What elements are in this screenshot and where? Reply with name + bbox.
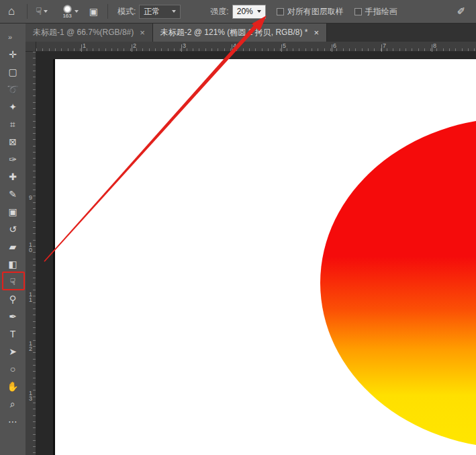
ruler-number: 4 (233, 42, 236, 49)
tool-frame[interactable]: ⊠ (0, 133, 26, 151)
ruler-number: 3 (183, 42, 186, 49)
toolbar-collapse-icon[interactable]: » (8, 33, 12, 41)
type-icon: T (10, 329, 16, 339)
color-swatches (2, 433, 25, 455)
clone-stamp-icon: ▣ (8, 206, 17, 217)
finger-paint-label: 手指绘画 (365, 6, 397, 17)
brush-icon: ✎ (9, 189, 17, 200)
tab-label: 未标题-1 @ 66.7%(RGB/8#) (33, 27, 134, 38)
tool-pen[interactable]: ✒ (0, 308, 26, 325)
tool-ellipse[interactable]: ○ (0, 360, 26, 378)
ruler-number: 5 (283, 42, 286, 49)
pressure-toggle-icon[interactable]: ✐ (457, 5, 465, 17)
hand-icon: ✋ (7, 381, 18, 392)
tool-dodge[interactable]: ⚲ (0, 290, 26, 308)
tab-untitled-2[interactable]: 未标题-2 @ 121% (椭圆 2 拷贝, RGB/8) * × (153, 24, 327, 42)
chevron-down-icon (172, 10, 176, 13)
smudge-tool-icon: ☟ (36, 5, 42, 17)
ruler-number: 8 (433, 42, 436, 49)
mode-label: 模式: (117, 6, 136, 17)
brush-panel-toggle[interactable]: ▣ (89, 6, 98, 17)
home-icon[interactable]: ⌂ (8, 5, 15, 18)
ruler-number: 6 (333, 42, 336, 49)
sample-all-layers-label: 对所有图层取样 (287, 6, 344, 17)
strength-label: 强度: (210, 6, 228, 17)
eyedropper-icon: ✑ (9, 154, 17, 165)
smudge-tool-highlight-box (2, 272, 25, 290)
marquee-icon: ▢ (8, 67, 17, 77)
ruler-corner[interactable] (26, 42, 36, 52)
crop-icon: ⌗ (10, 119, 15, 130)
finger-paint-checkbox[interactable] (354, 8, 362, 15)
ruler-number: 1 0 (28, 242, 34, 253)
ellipse-icon: ○ (10, 364, 15, 374)
lasso-icon: ➰ (7, 84, 18, 95)
tab-close-icon[interactable]: × (140, 28, 145, 37)
move-icon: ✛ (9, 49, 17, 60)
pasteboard (36, 52, 476, 455)
tab-label: 未标题-2 @ 121% (椭圆 2 拷贝, RGB/8) * (160, 27, 308, 38)
ruler-number: 1 3 (28, 390, 34, 401)
finger-paint-option: 手指绘画 (354, 6, 397, 17)
tab-untitled-1[interactable]: 未标题-1 @ 66.7%(RGB/8#) × (26, 24, 153, 42)
tool-marquee[interactable]: ▢ (0, 63, 26, 81)
tool-zoom[interactable]: ⌕ (0, 395, 26, 413)
ruler-number: 9 (28, 195, 34, 200)
ruler-number: 1 (83, 42, 86, 49)
tool-history-brush[interactable]: ↺ (0, 220, 26, 238)
quick-select-icon: ✦ (9, 101, 17, 112)
tool-crop[interactable]: ⌗ (0, 116, 26, 133)
tool-lasso[interactable]: ➰ (0, 81, 26, 98)
history-brush-icon: ↺ (9, 224, 17, 235)
path-select-icon: ➤ (9, 346, 17, 357)
tool-path-select[interactable]: ➤ (0, 343, 26, 360)
toolbar: » ✛ ▢ ➰ ✦ ⌗ ⊠ ✑ ✚ ✎ ▣ ↺ ▰ ◧ ☟ ⚲ ✒ T ➤ ○ … (0, 24, 26, 455)
ruler-number: 7 (383, 42, 386, 49)
tab-close-icon[interactable]: × (314, 28, 319, 37)
tool-type[interactable]: T (0, 325, 26, 343)
ruler-vertical[interactable]: 9 1 0 1 1 1 2 1 3 (26, 52, 36, 455)
tool-move[interactable]: ✛ (0, 46, 26, 63)
zoom-icon: ⌕ (10, 399, 15, 410)
eraser-icon: ▰ (9, 241, 17, 252)
options-bar: ⌂ ☟ 163 ▣ 模式: 正常 强度: 20% 对所有图层取样 手指绘画 ✐ (0, 0, 476, 24)
tool-hand[interactable]: ✋ (0, 378, 26, 395)
chevron-down-icon (44, 10, 48, 13)
tool-healing-brush[interactable]: ✚ (0, 168, 26, 185)
canvas[interactable] (53, 59, 476, 455)
chevron-down-icon (257, 10, 261, 13)
tool-quick-select[interactable]: ✦ (0, 98, 26, 116)
sample-all-layers-checkbox[interactable] (277, 8, 284, 15)
tool-eraser[interactable]: ▰ (0, 238, 26, 255)
document-tab-bar: 未标题-1 @ 66.7%(RGB/8#) × 未标题-2 @ 121% (椭圆… (26, 24, 476, 42)
tool-more[interactable]: ⋯ (0, 413, 26, 430)
ruler-number: 1 1 (28, 292, 34, 302)
ruler-horizontal[interactable]: 1 2 3 4 5 6 7 8 (36, 42, 476, 52)
strength-select[interactable]: 20% (232, 5, 266, 19)
separator (107, 4, 108, 19)
dodge-icon: ⚲ (9, 294, 16, 304)
separator (27, 4, 28, 19)
more-icon: ⋯ (8, 416, 17, 427)
tool-list: ✛ ▢ ➰ ✦ ⌗ ⊠ ✑ ✚ ✎ ▣ ↺ ▰ ◧ ☟ ⚲ ✒ T ➤ ○ ✋ … (0, 46, 26, 430)
tool-preset-button[interactable]: ☟ (36, 5, 48, 17)
ruler-number: 1 2 (28, 341, 34, 351)
chevron-down-icon (75, 10, 79, 13)
gradient-icon: ◧ (8, 259, 17, 270)
tool-eyedropper[interactable]: ✑ (0, 151, 26, 168)
sample-all-layers-option: 对所有图层取样 (277, 6, 344, 17)
healing-brush-icon: ✚ (9, 171, 17, 182)
ruler-number: 2 (133, 42, 136, 49)
brush-size-picker[interactable]: 163 (62, 5, 78, 19)
frame-icon: ⊠ (9, 136, 17, 147)
strength-value: 20% (237, 7, 253, 16)
mode-value: 正常 (144, 6, 160, 17)
pen-icon: ✒ (9, 311, 17, 322)
tool-clone-stamp[interactable]: ▣ (0, 203, 26, 220)
mode-select[interactable]: 正常 (139, 5, 181, 19)
ruler-ticks (36, 48, 476, 51)
gradient-ellipse-shape (320, 118, 476, 448)
tool-brush[interactable]: ✎ (0, 185, 26, 203)
tool-gradient[interactable]: ◧ (0, 255, 26, 273)
brush-size-value: 163 (62, 13, 71, 19)
